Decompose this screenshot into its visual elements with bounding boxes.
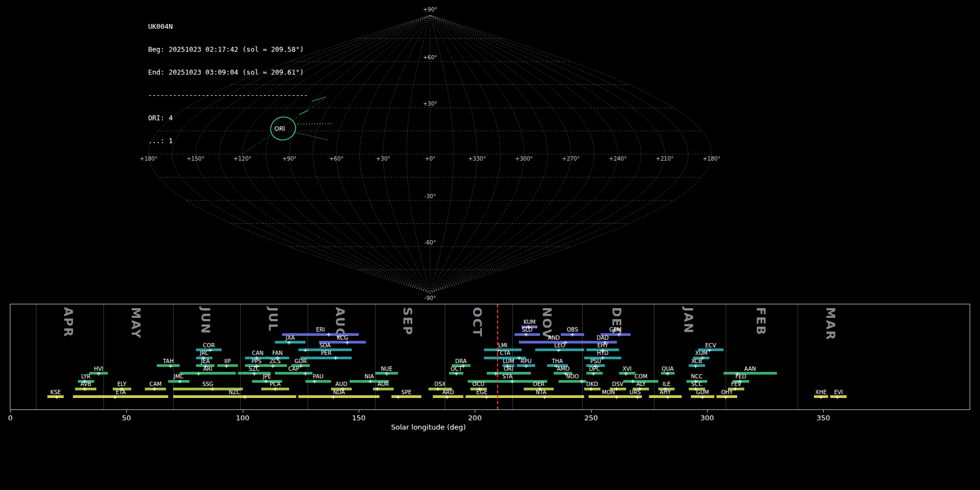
shower-label-xhe: XHE [816,389,827,395]
shower-label-jrc: JRC [200,350,209,356]
map-meridian [430,15,641,293]
month-boundary-line [654,304,654,409]
month-boundary-line [103,304,104,409]
shower-label-dsv: DSV [612,381,623,387]
map-meridian [149,15,430,293]
shower-label-lmi: LMI [498,342,507,348]
shower-bar-nzc [173,395,296,398]
map-longitude-label: +150° [187,156,204,162]
shower-label-cam: CAM [149,381,161,387]
x-axis-tick [707,410,708,413]
current-solar-longitude-line [497,304,498,409]
shower-bar-mon [589,395,628,398]
x-axis-tick-label: 250 [584,414,598,422]
shower-label-hvi: HVI [94,366,103,372]
map-latitude-label: -30° [424,193,436,199]
shower-label-hyd: HYD [597,350,608,356]
x-axis-tick-label: 150 [352,414,366,422]
peak-marker-per: + [333,355,338,361]
shower-label-ecv: ECV [705,342,716,348]
shower-label-aur: AUR [377,381,389,387]
shower-label-lyr: LYR [81,373,90,379]
shower-label-szc: SZC [249,366,260,372]
shower-label-nue: NUE [381,366,393,372]
shower-label-ely: ELY [117,381,126,387]
shower-bar-nda [298,395,379,398]
month-boundary-line [582,304,583,409]
shower-label-aly: ALY [636,381,646,387]
peak-marker-eri: + [326,332,331,338]
shower-label-dsx: DSX [434,381,446,387]
shower-label-sta: STA [503,373,513,379]
shower-label-jea: JEA [201,358,210,364]
shower-label-ege: EGE [476,389,487,395]
shower-label-aud: AUD [335,381,347,387]
shower-label-urs: URS [629,389,641,395]
shower-label-obs: OBS [567,327,578,333]
shower-label-xcb: XCB [691,358,702,364]
activity-timeline-plot-area: APRMAYJUNJULAUGSEPOCTNOVDECJANFEBMAR+KUM… [10,304,970,409]
map-longitude-label: +240° [609,156,626,162]
x-axis-tick [359,410,359,413]
map-latitude-label: -60° [424,240,436,246]
peak-marker-cap: + [303,370,308,376]
x-axis-tick [475,410,475,413]
shower-label-ehy: EHY [597,342,608,348]
shower-label-pps: PPS [252,358,261,364]
shower-bar-aan [724,372,777,375]
shower-label-jpe: JPE [263,373,271,379]
shower-label-gdr: GDR [295,358,307,364]
map-longitude-label: +180° [140,156,157,162]
x-axis: Solar longitude (deg) 050100150200250300… [10,410,970,432]
shower-label-fan: FAN [272,350,283,356]
shower-label-eta: ETA [115,389,126,395]
x-axis-tick-label: 300 [700,414,714,422]
month-boundary-line [375,304,376,409]
shower-label-and: AND [548,335,560,341]
shower-label-pau: PAU [313,373,324,379]
map-meridian [313,15,430,293]
shower-label-iip: IIP [224,358,231,364]
map-longitude-label: +300° [515,156,532,162]
map-meridian [430,15,547,293]
month-label-may: MAY [129,307,143,339]
shower-label-nta: NTA [536,389,547,395]
map-meridian [360,15,430,293]
shower-label-pca: PCA [270,381,280,387]
month-label-oct: OCT [470,307,484,338]
shower-label-dra: DRA [455,358,467,364]
map-meridian [430,15,712,293]
shower-bar-pau [305,380,331,383]
month-label-apr: APR [62,307,75,338]
map-longitude-label: +0° [425,156,436,162]
peak-marker-sda: + [303,347,308,353]
shower-label-ssg: SSG [202,381,213,387]
shower-label-sda: SDA [320,342,331,348]
x-axis-tick [591,410,592,413]
shower-label-nia: NIA [365,373,374,379]
month-boundary-line [798,304,798,409]
x-axis-tick [243,410,243,413]
shower-bar-nta [498,395,584,398]
map-longitude-label: +60° [329,156,344,162]
map-longitude-label: +90° [282,156,296,162]
shower-label-aan: AAN [744,366,756,372]
shower-label-ncc: NCC [691,373,702,379]
shower-bar-ege [465,395,498,398]
map-meridian [430,15,524,293]
meteor-track [299,111,308,114]
shower-label-eri: ERI [316,327,324,333]
shower-label-jmc: JMC [174,373,184,379]
month-boundary-line [240,304,241,409]
shower-label-ari: ARI [203,366,212,372]
map-longitude-label: +270° [562,156,579,162]
shower-label-per: PER [321,350,332,356]
shower-label-evi: EVI [834,389,843,395]
shower-label-oer: OER [533,381,544,387]
radiant-label: ORI [274,125,285,132]
month-label-jan: JAN [682,307,695,334]
x-axis-tick-label: 100 [236,414,249,422]
map-meridian [430,15,500,293]
map-latitude-label: +90° [423,7,437,13]
shower-label-nda: NDA [333,389,345,395]
